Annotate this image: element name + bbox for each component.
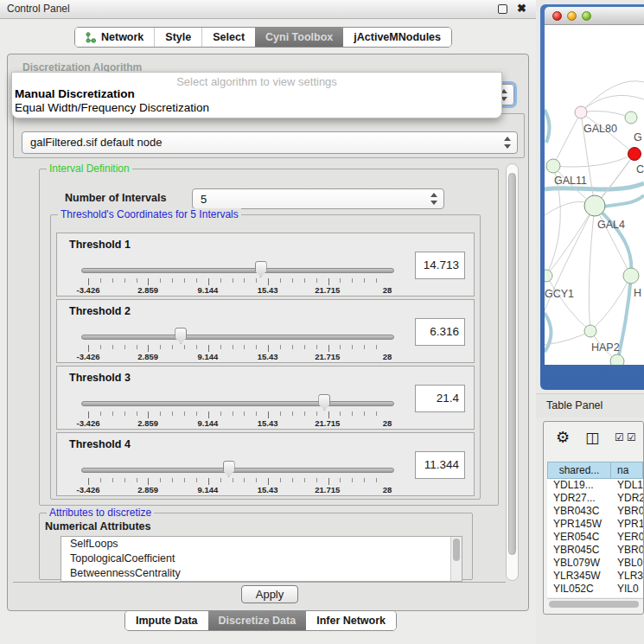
table-row[interactable]: YPR145WYPR1 [547,518,643,531]
num-intervals-combobox[interactable]: 5 [192,188,444,209]
num-intervals-value: 5 [201,189,207,210]
node-gal4[interactable] [584,195,605,216]
node-hap2[interactable] [584,325,596,337]
table-row[interactable]: YBL079WYBL0 [547,557,643,570]
float-window-icon[interactable] [498,4,507,14]
table-horizontal-scrollbar[interactable] [547,598,643,609]
panel-scrollbar[interactable] [506,163,519,581]
table-row[interactable]: YBR045CYBR0 [547,544,643,557]
table-row[interactable]: YDR27...YDR2 [547,492,643,505]
node-gal11[interactable] [546,159,560,173]
cell: YDR2 [611,492,643,505]
node-gal80[interactable] [575,106,587,118]
cell: YER0 [611,531,643,544]
close-window-icon[interactable] [552,11,562,21]
tab-jactivemnodules[interactable]: jActiveMNodules [343,28,451,47]
cell: YBL079W [547,557,611,570]
network-canvas[interactable]: GAL80 G GAL11 GAL4 GCY1 H HAP2 C [545,25,644,365]
tab-discretize-data-label: Discretize Data [219,615,296,627]
threshold-1-value-field[interactable]: 14.713 [415,252,465,279]
table-row[interactable]: YDL19...YDL1 [547,479,643,492]
tab-impute-data[interactable]: Impute Data [125,611,208,630]
threshold-3-value-field[interactable]: 21.4 [415,385,465,412]
network-edges-highlight [545,110,644,363]
scale-label: 2.859 [137,285,158,295]
attributes-legend: Attributes to discretize [47,507,154,519]
threshold-4-value-field[interactable]: 11.344 [415,451,465,479]
scale-label: 15.43 [258,418,278,428]
gear-icon[interactable]: ⚙ [556,428,570,447]
numerical-attributes-list: SelfLoops TopologicalCoefficient Between… [61,536,462,582]
threshold-1-slider-thumb[interactable] [255,261,267,277]
list-scrollbar[interactable] [450,537,462,581]
checkbox-icon[interactable]: ☑ [615,431,624,443]
combo-stepper-icon [504,137,512,149]
apply-button[interactable]: Apply [241,585,298,603]
list-item[interactable]: TopologicalCoefficient [61,552,462,566]
tab-infer-network[interactable]: Infer Network [306,611,396,630]
cell: YLR3 [611,570,643,583]
bottom-tab-bar: Impute Data Discretize Data Infer Networ… [124,610,397,631]
minimize-window-icon[interactable] [567,11,577,21]
threshold-4-slider-thumb[interactable] [223,461,235,477]
checkbox-icon[interactable]: ☑ [627,431,636,443]
scale-label: -3.426 [77,418,100,428]
tab-style[interactable]: Style [154,28,201,47]
node-label-gal4: GAL4 [597,219,625,231]
cell: YBR043C [547,505,611,518]
tab-infer-network-label: Infer Network [316,615,386,627]
cell: YBR045C [547,544,611,557]
scrollbar-thumb[interactable] [549,601,639,608]
scale-label: 2.859 [137,485,158,494]
network-icon [86,32,96,43]
table-row[interactable]: YIL052CYIL0 [547,583,643,596]
scale-label: 9.144 [198,352,219,361]
table-data-combobox[interactable]: galFiltered.sif default node [22,131,518,154]
cyni-toolbox-panel: Discretization Algorithm Select algorith… [7,54,529,611]
tab-select[interactable]: Select [201,28,255,47]
tab-discretize-data[interactable]: Discretize Data [208,611,307,630]
threshold-1-group: Threshold 1 -3.426 2.859 9.144 15.43 21.… [56,233,475,296]
close-icon[interactable]: ✖ [517,2,526,15]
scale-label: 21.715 [315,485,340,494]
algorithm-placeholder-option[interactable]: Select algorithm to view settings [12,73,501,87]
scale-label: 15.43 [258,285,278,295]
node-gcy1[interactable] [545,270,552,282]
interval-definition-group: Interval Definition Number of Intervals … [39,169,499,506]
table-row[interactable]: YBR043CYBR0 [547,505,643,518]
node-selected-red[interactable] [628,148,641,161]
column-header-name[interactable]: na [611,462,643,479]
columns-icon[interactable]: ◫ [585,429,599,447]
node-label-h: H [634,287,641,299]
node-h[interactable] [623,268,639,284]
panel-title: Control Panel [7,0,70,18]
cell: YPR145W [547,518,611,531]
list-item[interactable]: SelfLoops [61,537,462,552]
cell: YPR1 [611,518,643,531]
zoom-window-icon[interactable] [582,11,591,21]
column-header-shared[interactable]: shared... [547,462,611,479]
network-window-titlebar[interactable] [545,7,644,25]
threshold-2-slider-thumb[interactable] [175,328,187,344]
table-row[interactable]: YLR345WYLR3 [547,570,643,583]
table-row[interactable]: YER054CYER0 [547,531,643,544]
list-item[interactable]: BetweennessCentrality [61,566,462,581]
node-bottom[interactable] [610,354,624,365]
node-g[interactable] [625,112,637,124]
algorithm-dropdown-popup: Select algorithm to view settings Manual… [11,72,502,118]
tab-network[interactable]: Network [75,28,154,47]
threshold-4-group: Threshold 4 -3.426 2.859 9.144 15.43 21.… [56,432,475,496]
algorithm-option-manual[interactable]: Manual Discretization [12,87,501,101]
algorithm-option-equal-width[interactable]: Equal Width/Frequency Discretization [12,101,501,115]
control-panel-titlebar: Control Panel ✖ [0,0,536,19]
threshold-2-value-field[interactable]: 6.316 [415,318,465,346]
scale-label: 9.144 [198,418,219,428]
cell: YDL19... [547,479,611,492]
threshold-3-slider-thumb[interactable] [318,394,330,411]
scale-label: 9.144 [198,485,219,494]
threshold-2-group: Threshold 2 -3.426 2.859 9.144 15.43 21.… [56,299,475,363]
node-label-gal11: GAL11 [554,175,587,187]
scrollbar-thumb[interactable] [508,173,516,555]
scale-label: 9.144 [198,285,219,295]
tab-cyni-toolbox[interactable]: Cyni Toolbox [255,28,343,47]
